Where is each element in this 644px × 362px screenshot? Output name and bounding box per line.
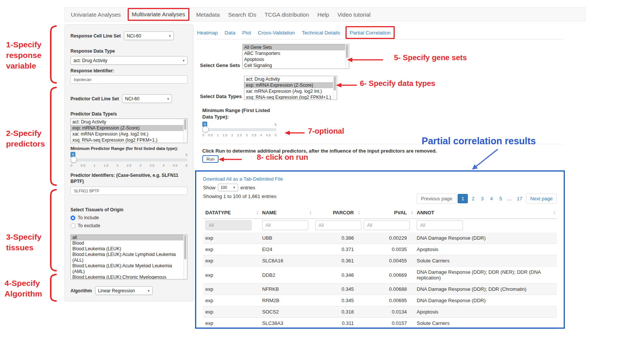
list-option[interactable]: xsq: RNA-seq Expression (log2 FPKM+1.): [71, 137, 183, 143]
tissue-listbox[interactable]: all Blood Blood:Leukemia (LEUK) Blood:Le…: [70, 234, 188, 279]
list-option-selected[interactable]: exp: mRNA Expression (Z-Score): [71, 125, 183, 131]
table-row: exp RRM2B 0.345 0.00695 DNA Damage Respo…: [203, 295, 557, 306]
table-row: exp EI24 0.371 0.0035 Apoptosis: [203, 244, 557, 255]
response-data-type-select[interactable]: act: Drug Activity ▾: [70, 56, 188, 65]
predictor-data-types-label: Predictor Data Type/s: [70, 111, 188, 117]
list-option-selected[interactable]: All Gene Sets: [243, 44, 345, 50]
table-row: exp DDB2 0.346 0.00669 DNA Damage Respon…: [203, 267, 557, 284]
page-button-5[interactable]: 5: [497, 194, 505, 203]
list-option[interactable]: Blood:Leukemia (LEUK):Chronic Myelogenou…: [71, 275, 183, 279]
filter-datatype-input[interactable]: All: [205, 220, 252, 230]
column-header-name[interactable]: NAME ▲▼: [260, 207, 313, 219]
table-header-row: DATATYPE ▲▼ NAME ▲▼ PARCOR ▲▼ PVAL ▲▼: [203, 207, 557, 219]
list-option[interactable]: xai: mRNA Expression (Avg. log2 Int.): [244, 88, 333, 94]
column-header-parcor[interactable]: PARCOR ▲▼: [313, 207, 361, 219]
list-option[interactable]: xai: mRNA Expression (Avg. log2 Int.): [71, 131, 183, 137]
min-predictor-range-slider[interactable]: 0 5 0 0.5 1 1.5 2 2.5 3 3.5 4 4.5 5: [70, 152, 188, 169]
run-button[interactable]: Run: [202, 155, 219, 163]
scrollbar[interactable]: [183, 235, 187, 279]
column-header-datatype[interactable]: DATATYPE ▲▼: [203, 207, 260, 219]
gene-sets-listbox[interactable]: All Gene Sets ABC Transporters Apoptosis…: [242, 44, 349, 69]
predictor-data-types-listbox[interactable]: act: Drug Activity exp: mRNA Expression …: [70, 119, 188, 143]
sort-icon[interactable]: ▲▼: [358, 211, 360, 215]
sort-icon[interactable]: ▲▼: [411, 211, 413, 215]
sort-icon[interactable]: ▲▼: [309, 211, 312, 215]
list-option[interactable]: Cell Signaling: [243, 62, 345, 69]
page-button-2[interactable]: 2: [469, 194, 477, 203]
filter-annot-input[interactable]: All: [417, 220, 463, 230]
download-tab-delimited-link[interactable]: Download All as a Tab-Delimited File: [203, 176, 557, 182]
nav-help[interactable]: Help: [317, 11, 329, 18]
page-button-1[interactable]: 1: [458, 194, 468, 203]
cell-parcor: 0.345: [313, 284, 361, 295]
column-header-pval[interactable]: PVAL ▲▼: [361, 207, 414, 219]
list-option[interactable]: Blood: [71, 240, 183, 246]
tab-data[interactable]: Data: [225, 30, 236, 36]
slider-tick: 2.5: [127, 164, 131, 167]
nav-tcga-distribution[interactable]: TCGA distribution: [264, 11, 309, 18]
min-range-slider[interactable]: 0 5 0 0.5 1 1.5 2 2.5 3 3.5 4 4.5 5: [202, 122, 277, 138]
result-tabbar: Heatmap Data Plot Cross-Validation Techn…: [197, 27, 393, 39]
list-option-selected[interactable]: exp: mRNA Expression (Z-Score): [244, 82, 333, 88]
algorithm-label: Algorithm: [70, 288, 92, 293]
column-label: PARCOR: [333, 210, 354, 215]
nav-multivariate-analyses[interactable]: Multivariate Analyses: [132, 11, 185, 17]
sort-icon[interactable]: ▲▼: [256, 211, 259, 215]
filter-parcor-input[interactable]: All: [315, 220, 361, 230]
list-option[interactable]: ABC Transporters: [243, 50, 345, 56]
list-option[interactable]: xsq: RNA-seq Expression (log2 FPKM+1.): [244, 94, 333, 100]
response-identifier-input[interactable]: topotecan: [70, 75, 188, 84]
tab-technical-details[interactable]: Technical Details: [302, 30, 340, 36]
predictor-identifiers-label: Predictor Identifiers: (Case-Sensitive, …: [70, 172, 188, 184]
scrollbar[interactable]: [183, 119, 187, 143]
tissue-exclude-radio[interactable]: To exclude: [70, 223, 188, 228]
annotation-step3-label: 3-Specify tissues: [6, 232, 41, 253]
nav-metadata[interactable]: Metadata: [196, 11, 220, 18]
list-option[interactable]: Apoptosis: [243, 56, 345, 62]
list-option-selected[interactable]: all: [71, 235, 183, 240]
next-page-button[interactable]: Next page: [526, 193, 557, 204]
previous-page-button[interactable]: Previous page: [417, 193, 456, 204]
list-option[interactable]: Blood:Leukemia (LEUK): [71, 246, 183, 252]
scrollbar-thumb[interactable]: [184, 235, 186, 259]
page-button-17[interactable]: 17: [514, 194, 525, 203]
filter-pval-input[interactable]: All: [364, 220, 410, 230]
data-types-listbox[interactable]: act: Drug Activity exp: mRNA Expression …: [244, 76, 337, 100]
nav-univariate-analyses[interactable]: Univariate Analyses: [71, 11, 121, 18]
filter-name-input[interactable]: All: [262, 220, 308, 230]
scrollbar-thumb[interactable]: [184, 119, 186, 130]
cell-name: SOCS2: [260, 306, 313, 318]
slider-handle[interactable]: [70, 156, 77, 163]
slider-tick: 3: [246, 133, 248, 137]
slider-tick: 0: [202, 133, 204, 137]
slider-track[interactable]: [202, 128, 277, 131]
tab-heatmap[interactable]: Heatmap: [197, 30, 218, 36]
tab-partial-correlation[interactable]: Partial Correlation: [350, 30, 391, 36]
algorithm-select[interactable]: Linear Regression ▾: [95, 286, 153, 295]
slider-tick: 5: [186, 164, 188, 167]
slider-handle[interactable]: [202, 126, 209, 133]
predictor-cell-line-set-select[interactable]: NCI-60 ▾: [122, 94, 172, 103]
list-option[interactable]: Blood:Leukemia (LEUK):Acute Lymphoid Leu…: [71, 252, 183, 263]
response-cell-line-set-select[interactable]: NCI-60 ▾: [124, 31, 174, 40]
scrollbar-thumb[interactable]: [346, 45, 348, 58]
cell-datatype: exp: [203, 318, 260, 329]
list-option[interactable]: act: Drug Activity: [244, 76, 333, 82]
entries-label: entries: [241, 185, 255, 190]
slider-tick: 4.5: [173, 164, 178, 167]
entries-count-select[interactable]: 100 ▾: [218, 184, 238, 191]
tab-plot[interactable]: Plot: [242, 30, 251, 36]
predictor-identifiers-input[interactable]: SLFN11 BPTF: [70, 187, 188, 195]
annotation-arrow-8: [217, 156, 242, 163]
page-button-3[interactable]: 3: [478, 194, 486, 203]
tab-cross-validation[interactable]: Cross-Validation: [258, 30, 295, 36]
tissue-include-radio[interactable]: To include: [70, 215, 188, 220]
list-option[interactable]: Blood:Leukemia (LEUK):Acute Myeloid Leuk…: [71, 263, 183, 275]
page-button-4[interactable]: 4: [488, 194, 496, 203]
column-header-annot[interactable]: ANNOT ▲▼: [414, 207, 557, 219]
list-option[interactable]: act: Drug Activity: [71, 119, 183, 125]
nav-search-ids[interactable]: Search IDs: [228, 11, 256, 18]
nav-video-tutorial[interactable]: Video tutorial: [338, 11, 370, 18]
sort-icon[interactable]: ▲▼: [553, 211, 556, 215]
slider-track[interactable]: [70, 159, 188, 161]
